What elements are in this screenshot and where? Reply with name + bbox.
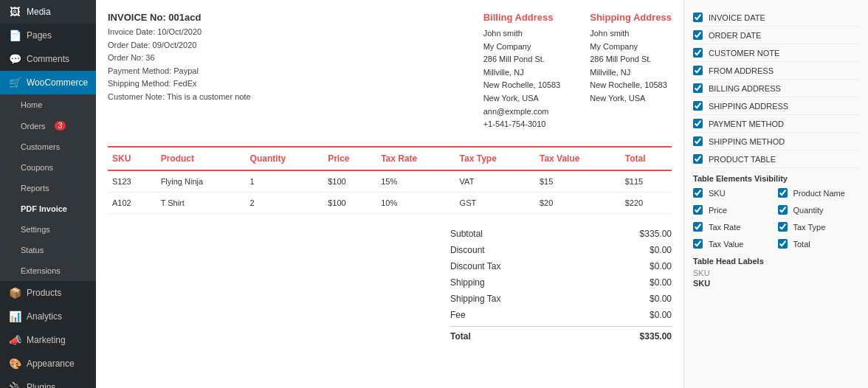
panel-checkbox-label: CUSTOMER NOTE <box>709 49 779 58</box>
col-header-total: Total <box>621 147 672 170</box>
analytics-icon: 📊 <box>9 311 21 322</box>
totals-discount: Discount $0.00 <box>450 242 672 258</box>
panel-checkbox-item: FROM ADDRESS <box>693 62 859 80</box>
table-element-label: Tax Rate <box>709 223 740 232</box>
totals-table: Subtotal $335.00 Discount $0.00 Discount… <box>450 226 672 344</box>
table-element-item: Quantity <box>778 203 860 217</box>
sidebar-item-plugins[interactable]: 🔌 Plugins <box>0 375 96 388</box>
sidebar-item-extensions[interactable]: Extensions <box>0 260 96 281</box>
panel-checkbox[interactable] <box>693 13 703 22</box>
cell-tax_rate: 10% <box>376 192 455 213</box>
table-element-checkbox[interactable] <box>693 188 703 198</box>
invoice-no: INVOICE No: 001acd <box>108 12 251 23</box>
sidebar-item-analytics[interactable]: 📊 Analytics <box>0 305 96 328</box>
sidebar-item-settings-woo[interactable]: Settings <box>0 219 96 240</box>
sidebar-item-home[interactable]: Home <box>0 94 96 115</box>
table-element-label: Total <box>793 240 810 249</box>
sidebar-item-coupons[interactable]: Coupons <box>0 157 96 178</box>
table-element-item: Total <box>778 237 860 251</box>
totals-section: Subtotal $335.00 Discount $0.00 Discount… <box>108 226 672 344</box>
cell-tax_value: $15 <box>535 170 621 193</box>
panel-checkbox-label: INVOICE DATE <box>709 13 765 22</box>
panel-checkbox-item: SHIPPING ADDRESS <box>693 97 859 115</box>
totals-shipping: Shipping $0.00 <box>450 274 672 291</box>
panel-checkbox[interactable] <box>693 136 703 146</box>
panel-checkbox[interactable] <box>693 66 703 75</box>
cell-total: $115 <box>621 170 672 193</box>
sidebar-item-marketing[interactable]: 📣 Marketing <box>0 328 96 352</box>
sidebar-item-customers[interactable]: Customers <box>0 136 96 157</box>
panel-checkbox[interactable] <box>693 48 703 58</box>
totals-total: Total $335.00 <box>450 326 672 344</box>
sidebar-item-woocommerce[interactable]: 🛒 WooCommerce <box>0 71 96 94</box>
table-body: S123Flying Ninja1$10015%VAT$15$115A102T … <box>108 170 672 214</box>
cell-price: $100 <box>323 170 376 193</box>
col-header-tax-value: Tax Value <box>535 147 621 170</box>
invoice-header: INVOICE No: 001acd Invoice Date: 10/Oct/… <box>108 12 672 131</box>
sidebar-item-reports[interactable]: Reports <box>0 178 96 198</box>
table-head: SKU Product Quantity Price Tax Rate Tax … <box>108 147 672 170</box>
table-element-item: Tax Type <box>778 220 860 234</box>
panel-checkbox-label: SHIPPING METHOD <box>709 137 785 146</box>
panel-checkbox[interactable] <box>693 30 703 40</box>
table-element-checkbox[interactable] <box>693 205 703 215</box>
panel-checkbox[interactable] <box>693 154 703 164</box>
cell-price: $100 <box>323 192 376 213</box>
col-header-price: Price <box>323 147 376 170</box>
pages-icon: 📄 <box>9 30 21 41</box>
table-element-checkbox[interactable] <box>693 222 703 232</box>
panel-checkbox-item: ORDER DATE <box>693 27 859 44</box>
cell-quantity: 2 <box>246 192 324 213</box>
main-content: INVOICE No: 001acd Invoice Date: 10/Oct/… <box>96 0 868 388</box>
cell-product: T Shirt <box>156 192 246 213</box>
sidebar-item-pdf-invoice[interactable]: PDF Invoice <box>0 198 96 219</box>
right-panel: INVOICE DATEORDER DATECUSTOMER NOTEFROM … <box>683 0 868 388</box>
woocommerce-submenu: Home Orders 3 Customers Coupons Reports … <box>0 94 96 281</box>
table-element-item: Tax Rate <box>693 220 775 234</box>
panel-checkbox-label: SHIPPING ADDRESS <box>709 102 788 111</box>
cell-quantity: 1 <box>246 170 324 193</box>
table-element-label: SKU <box>709 189 726 198</box>
panel-checkbox-item: PAYMENT METHOD <box>693 115 859 133</box>
cell-product: Flying Ninja <box>156 170 246 193</box>
panel-checkbox-label: BILLING ADDRESS <box>709 84 781 93</box>
panel-checkbox-item: BILLING ADDRESS <box>693 80 859 97</box>
woocommerce-icon: 🛒 <box>9 77 21 89</box>
totals-fee: Fee $0.00 <box>450 307 672 323</box>
marketing-icon: 📣 <box>9 334 21 346</box>
table-element-checkbox[interactable] <box>693 239 703 249</box>
sidebar-item-appearance[interactable]: 🎨 Appearance <box>0 352 96 375</box>
sidebar-item-pages[interactable]: 📄 Pages <box>0 24 96 47</box>
panel-checkbox[interactable] <box>693 83 703 93</box>
invoice-area: INVOICE No: 001acd Invoice Date: 10/Oct/… <box>96 0 683 388</box>
cell-sku: S123 <box>108 170 156 193</box>
table-head-labels: SKU SKU <box>693 269 859 288</box>
col-header-sku: SKU <box>108 147 156 170</box>
table-head-labels-title: Table Head Labels <box>693 257 859 266</box>
panel-checkbox[interactable] <box>693 119 703 128</box>
media-icon: 🖼 <box>9 6 21 18</box>
sidebar-item-comments[interactable]: 💬 Comments <box>0 47 96 71</box>
invoice-left: INVOICE No: 001acd Invoice Date: 10/Oct/… <box>108 12 251 131</box>
table-element-checkbox[interactable] <box>778 205 788 215</box>
panel-checkbox-label: FROM ADDRESS <box>709 66 774 75</box>
table-row: A102T Shirt2$10010%GST$20$220 <box>108 192 672 213</box>
sidebar-item-media[interactable]: 🖼 Media <box>0 0 96 24</box>
table-element-item: Tax Value <box>693 237 775 251</box>
col-header-tax-type: Tax Type <box>455 147 535 170</box>
panel-checkbox[interactable] <box>693 101 703 111</box>
sidebar-item-orders[interactable]: Orders 3 <box>0 115 96 136</box>
panel-checkbox-item: PRODUCT TABLE <box>693 150 859 168</box>
sidebar-item-products[interactable]: 📦 Products <box>0 281 96 305</box>
totals-shipping-tax: Shipping Tax $0.00 <box>450 291 672 307</box>
sidebar: 🖼 Media 📄 Pages 💬 Comments 🛒 WooCommerce… <box>0 0 96 388</box>
table-element-checkbox[interactable] <box>778 188 788 198</box>
panel-checkbox-item: CUSTOMER NOTE <box>693 44 859 62</box>
panel-checkboxes: INVOICE DATEORDER DATECUSTOMER NOTEFROM … <box>693 9 859 168</box>
sidebar-item-status[interactable]: Status <box>0 240 96 260</box>
cell-total: $220 <box>621 192 672 213</box>
table-element-checkbox[interactable] <box>778 222 788 232</box>
table-element-item: SKU <box>693 186 775 200</box>
panel-checkbox-label: ORDER DATE <box>709 31 761 40</box>
table-element-checkbox[interactable] <box>778 239 788 249</box>
